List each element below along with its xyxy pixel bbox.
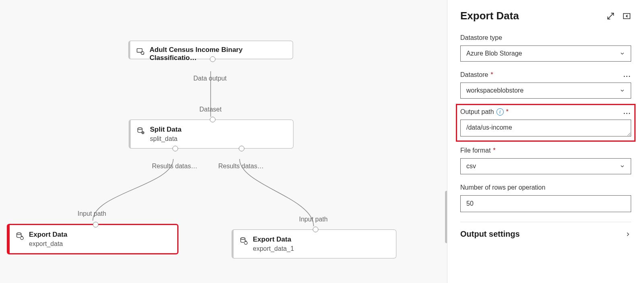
port-label-export2-in: Input path	[299, 216, 328, 223]
chevron-down-icon	[619, 88, 625, 93]
svg-point-6	[241, 238, 245, 240]
output-settings-section[interactable]: Output settings	[460, 222, 631, 239]
node-export1-title: Export Data	[29, 231, 67, 239]
port-label-dataset-in: Dataset	[199, 106, 222, 113]
output-path-highlight: Output path i * ···	[456, 104, 636, 142]
port-split-out1[interactable]	[172, 146, 178, 151]
node-export-data-2[interactable]: Export Data export_data_1	[232, 229, 396, 258]
node-split-title: Split Data	[150, 126, 181, 134]
svg-point-3	[138, 128, 142, 130]
node-export1-subtitle: export_data	[29, 240, 67, 248]
port-export2-in[interactable]	[313, 227, 318, 232]
panel-title: Export Data	[460, 10, 519, 22]
port-split-out2[interactable]	[239, 146, 244, 151]
output-settings-label: Output settings	[460, 229, 520, 239]
input-rows-per-op[interactable]	[460, 195, 631, 212]
port-export1-in[interactable]	[93, 222, 98, 227]
field-output-path: Output path i * ···	[460, 108, 631, 136]
port-label-results2: Results datas…	[218, 163, 264, 170]
required-marker: *	[490, 71, 493, 78]
label-output-path: Output path	[460, 108, 494, 116]
node-export2-subtitle: export_data_1	[253, 245, 294, 252]
port-split-in[interactable]	[210, 117, 215, 122]
select-datastore-type[interactable]: Azure Blob Storage	[460, 45, 631, 62]
port-dataset-out[interactable]	[210, 56, 215, 62]
node-export-data-1[interactable]: Export Data export_data	[7, 224, 178, 254]
field-file-format: File format * csv	[460, 147, 631, 174]
expand-icon[interactable]	[606, 12, 615, 21]
pipeline-canvas[interactable]: Adult Census Income Binary Classificatio…	[0, 0, 447, 283]
node-dataset-title: Adult Census Income Binary Classificatio…	[150, 46, 285, 62]
field-datastore-type: Datastore type Azure Blob Storage	[460, 34, 631, 62]
select-file-format-value: csv	[466, 163, 476, 170]
required-marker: *	[506, 108, 509, 116]
select-datastore-value: workspaceblobstore	[466, 87, 523, 94]
select-datastore[interactable]: workspaceblobstore	[460, 83, 631, 99]
info-icon[interactable]: i	[496, 108, 504, 116]
label-datastore: Datastore	[460, 71, 488, 78]
field-rows-per-op: Number of rows per operation	[460, 184, 631, 212]
field-datastore: Datastore * ··· workspaceblobstore	[460, 71, 631, 99]
chevron-down-icon	[619, 51, 625, 56]
label-datastore-type: Datastore type	[460, 34, 631, 41]
export-icon	[15, 231, 24, 240]
select-file-format[interactable]: csv	[460, 158, 631, 174]
node-dataset[interactable]: Adult Census Income Binary Classificatio…	[128, 41, 293, 59]
port-label-export1-in: Input path	[78, 210, 106, 217]
label-file-format: File format	[460, 147, 491, 154]
port-label-results1: Results datas…	[152, 163, 197, 170]
node-export2-title: Export Data	[253, 235, 294, 244]
label-rows-per-op: Number of rows per operation	[460, 184, 631, 191]
select-datastore-type-value: Azure Blob Storage	[466, 50, 522, 57]
node-split-subtitle: split_data	[150, 135, 181, 143]
chevron-right-icon	[625, 231, 631, 238]
input-output-path[interactable]	[460, 120, 631, 136]
required-marker: *	[493, 147, 496, 154]
chevron-down-icon	[619, 163, 625, 169]
database-icon	[136, 126, 145, 135]
dataset-icon	[136, 47, 145, 56]
collapse-panel-icon[interactable]	[622, 12, 631, 21]
properties-panel: Export Data Datastore type Azure Blob St…	[447, 0, 644, 283]
output-path-more-menu[interactable]: ···	[623, 110, 631, 117]
datastore-more-menu[interactable]: ···	[623, 73, 631, 80]
svg-point-5	[17, 233, 21, 235]
node-split-data[interactable]: Split Data split_data	[129, 120, 293, 149]
port-label-data-output: Data output	[193, 75, 227, 82]
export-icon	[239, 236, 248, 245]
